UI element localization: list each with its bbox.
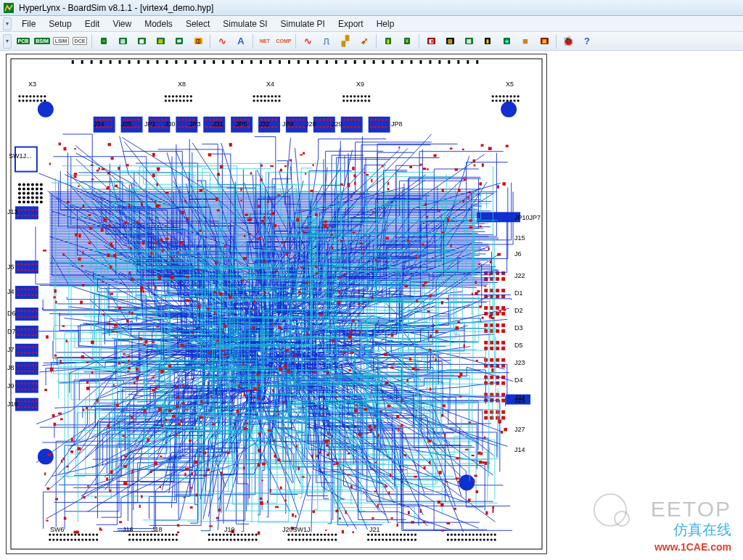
svg-rect-298: [157, 119, 160, 121]
svg-rect-894: [280, 487, 282, 490]
menu-edit[interactable]: Edit: [79, 17, 106, 30]
svg-rect-34: [364, 60, 366, 64]
svg-rect-607: [464, 345, 465, 347]
svg-point-1148: [411, 533, 413, 535]
comp-icon[interactable]: COMP: [275, 33, 292, 49]
stub-icon[interactable]: ∿: [299, 33, 316, 49]
svg-rect-682: [208, 153, 212, 156]
svg-rect-571: [63, 458, 65, 461]
svg-rect-618: [168, 409, 171, 412]
svg-point-58: [17, 215, 19, 217]
svg-rect-534: [55, 301, 57, 304]
menu-help[interactable]: Help: [371, 17, 401, 30]
amp-icon[interactable]: A: [232, 33, 250, 49]
svg-point-148: [35, 382, 37, 384]
svg-rect-957: [474, 165, 476, 167]
help-icon[interactable]: ?: [578, 33, 596, 49]
svg-rect-41: [429, 60, 431, 64]
net-icon[interactable]: NET: [256, 33, 274, 49]
svg-rect-689: [189, 440, 192, 442]
scope-icon[interactable]: ▣: [535, 33, 553, 49]
svg-point-1185: [472, 538, 475, 540]
toolbar-handle-icon[interactable]: [3, 34, 12, 49]
svg-rect-973: [419, 164, 422, 165]
svg-point-117: [17, 346, 19, 348]
pcb-canvas[interactable]: X3 X8 X4 X9 X5 SW1J... J34J35JP1J30JP3J3…: [6, 54, 547, 554]
svg-point-1038: [49, 538, 51, 540]
svg-point-453: [353, 99, 356, 102]
menu-file[interactable]: File: [16, 17, 41, 30]
orange-square-icon[interactable]: ■: [517, 33, 534, 49]
stack-icon[interactable]: ≡: [95, 33, 112, 49]
svg-rect-714: [168, 364, 171, 368]
svg-rect-1003: [86, 387, 90, 390]
probe-icon[interactable]: ➶: [356, 33, 373, 49]
svg-rect-294: [138, 126, 140, 128]
svg-point-1109: [291, 533, 293, 535]
pulse-icon[interactable]: ⎍: [318, 33, 335, 49]
menu-export[interactable]: Export: [332, 17, 369, 30]
level-icon[interactable]: ▤: [460, 33, 477, 49]
histogram-icon[interactable]: ▥: [441, 33, 459, 49]
menu-select[interactable]: Select: [180, 17, 215, 30]
svg-rect-890: [285, 253, 287, 255]
svg-point-440: [274, 99, 276, 102]
lsim-icon[interactable]: LSIM: [52, 33, 70, 49]
menu-view[interactable]: View: [107, 17, 137, 30]
svg-point-1063: [168, 533, 171, 535]
svg-rect-492: [196, 494, 197, 497]
roi-red-icon[interactable]: ◧: [422, 33, 440, 49]
svg-point-409: [44, 99, 46, 102]
svg-rect-791: [223, 331, 224, 333]
eye-icon[interactable]: ◈: [498, 33, 515, 49]
bars2-icon[interactable]: ▮: [479, 33, 496, 49]
dce-icon[interactable]: DCE: [71, 33, 89, 49]
wave-icon[interactable]: ∿: [213, 33, 231, 49]
board-green-icon[interactable]: ▥: [114, 33, 131, 49]
svg-rect-51: [15, 206, 38, 219]
ladybug-icon[interactable]: 🐞: [559, 33, 577, 49]
svg-point-1039: [52, 538, 54, 540]
switchbar-icon[interactable]: ▤: [152, 33, 169, 49]
menubar-handle-icon[interactable]: [3, 17, 12, 30]
svg-rect-480: [58, 413, 62, 415]
bars-green-icon[interactable]: ▮: [379, 33, 397, 49]
pcb-icon[interactable]: PCB: [15, 33, 32, 49]
svg-rect-27: [297, 60, 300, 64]
svg-rect-745: [102, 168, 105, 170]
svg-rect-871: [390, 366, 394, 368]
menu-setup[interactable]: Setup: [43, 17, 77, 30]
svg-rect-984: [97, 170, 99, 172]
grid-green-icon[interactable]: ▦: [133, 33, 150, 49]
svg-rect-389: [371, 126, 373, 128]
svg-point-56: [31, 209, 33, 211]
svg-point-1172: [476, 533, 478, 535]
svg-point-181: [18, 192, 21, 194]
svg-point-454: [357, 99, 359, 102]
svg-rect-558: [444, 434, 446, 437]
menu-simulate-si[interactable]: Simulate SI: [217, 17, 273, 30]
svg-rect-719: [377, 504, 379, 508]
svg-point-1044: [70, 538, 73, 540]
trident-icon[interactable]: ◫: [189, 33, 207, 49]
svg-rect-231: [484, 341, 488, 345]
svg-point-468: [499, 99, 501, 102]
svg-rect-258: [501, 393, 505, 397]
svg-point-1075: [161, 538, 163, 540]
link-icon[interactable]: ⇄: [171, 33, 188, 49]
svg-point-414: [179, 95, 181, 97]
menu-models[interactable]: Models: [139, 17, 178, 30]
bsim-icon[interactable]: BSIM: [33, 33, 51, 49]
rise-icon[interactable]: ▞: [337, 33, 354, 49]
svg-rect-12: [156, 60, 158, 64]
menu-simulate-pi[interactable]: Simulate PI: [275, 17, 331, 30]
svg-rect-262: [501, 399, 505, 403]
svg-point-464: [514, 95, 516, 97]
svg-rect-498: [504, 428, 507, 432]
svg-point-1047: [81, 538, 83, 540]
svg-rect-980: [485, 461, 488, 465]
svg-point-1176: [490, 533, 493, 535]
yen-icon[interactable]: ¥: [398, 33, 416, 49]
svg-rect-318: [205, 119, 208, 121]
svg-point-157: [20, 400, 22, 403]
